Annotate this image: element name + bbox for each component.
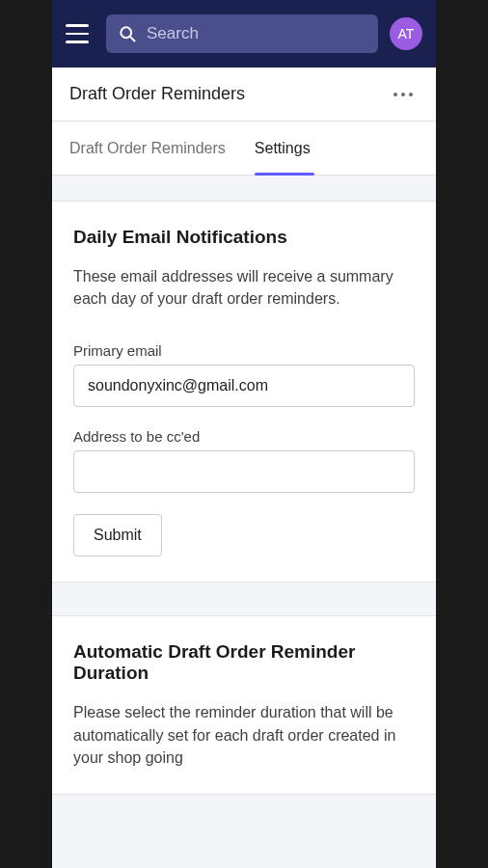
menu-icon[interactable] (66, 19, 95, 48)
page-title: Draft Order Reminders (69, 84, 245, 104)
section-auto-duration: Automatic Draft Order Reminder Duration … (52, 615, 436, 795)
cc-email-field[interactable] (73, 450, 415, 493)
section-daily-email: Daily Email Notifications These email ad… (52, 201, 436, 583)
submit-button[interactable]: Submit (73, 514, 162, 556)
section-heading: Daily Email Notifications (73, 227, 415, 248)
search-placeholder: Search (147, 24, 199, 43)
search-icon (118, 24, 137, 43)
tabs: Draft Order Reminders Settings (52, 122, 436, 176)
avatar[interactable]: AT (390, 17, 422, 50)
content-scroll[interactable]: Daily Email Notifications These email ad… (52, 176, 436, 868)
section-description: These email addresses will receive a sum… (73, 265, 415, 310)
primary-email-label: Primary email (73, 342, 415, 359)
svg-line-1 (130, 37, 134, 41)
avatar-initials: AT (398, 26, 415, 41)
search-input[interactable]: Search (106, 14, 378, 53)
section-heading: Automatic Draft Order Reminder Duration (73, 641, 415, 684)
page-header: Draft Order Reminders (52, 68, 436, 122)
primary-email-field[interactable] (73, 365, 415, 407)
tab-draft-order-reminders[interactable]: Draft Order Reminders (69, 122, 226, 175)
more-icon[interactable] (388, 87, 419, 102)
topbar: Search AT (52, 0, 436, 68)
tab-settings[interactable]: Settings (255, 122, 311, 175)
section-description: Please select the reminder duration that… (73, 701, 415, 769)
cc-email-label: Address to be cc'ed (73, 428, 415, 445)
